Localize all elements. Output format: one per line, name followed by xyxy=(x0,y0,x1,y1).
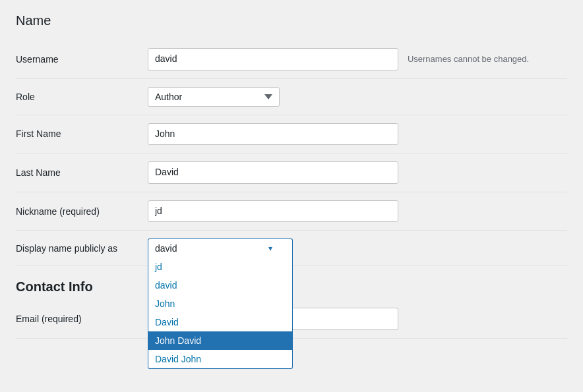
role-label: Role xyxy=(16,78,148,115)
username-note: Usernames cannot be changed. xyxy=(408,54,529,64)
first-name-row: First Name xyxy=(16,115,567,154)
display-name-label: Display name publicly as xyxy=(16,231,148,266)
display-name-option-david-john[interactable]: David John xyxy=(148,350,292,368)
first-name-label: First Name xyxy=(16,115,148,154)
nickname-label: Nickname (required) xyxy=(16,192,148,231)
display-name-dropdown-list: jd david John David John David David Joh… xyxy=(148,258,293,369)
username-input-cell: Usernames cannot be changed. xyxy=(148,40,567,78)
name-form-table: Username Usernames cannot be changed. Ro… xyxy=(16,40,567,266)
chevron-down-icon: ▾ xyxy=(268,244,272,253)
first-name-input-cell xyxy=(148,115,567,154)
last-name-input-cell xyxy=(148,154,567,192)
first-name-input[interactable] xyxy=(148,123,398,146)
email-label: Email (required) xyxy=(16,297,148,338)
username-row: Username Usernames cannot be changed. xyxy=(16,40,567,78)
last-name-label: Last Name xyxy=(16,154,148,192)
display-name-selected[interactable]: david ▾ xyxy=(148,238,293,258)
nickname-input[interactable] xyxy=(148,200,398,223)
role-select-cell: Author Editor Subscriber Contributor Adm… xyxy=(148,78,567,115)
display-name-option-david[interactable]: david xyxy=(148,276,292,294)
username-input[interactable] xyxy=(148,48,398,70)
username-label: Username xyxy=(16,40,148,78)
name-section-title: Name xyxy=(16,13,567,28)
display-name-selected-value: david xyxy=(155,243,177,254)
display-name-row: Display name publicly as david ▾ jd davi… xyxy=(16,231,567,266)
display-name-option-john[interactable]: John xyxy=(148,294,292,313)
display-name-dropdown-cell: david ▾ jd david John David John David D… xyxy=(148,231,567,266)
display-name-option-jd[interactable]: jd xyxy=(148,258,292,276)
nickname-row: Nickname (required) xyxy=(16,192,567,231)
role-select[interactable]: Author Editor Subscriber Contributor Adm… xyxy=(148,87,280,107)
display-name-option-david2[interactable]: David xyxy=(148,313,292,331)
last-name-input[interactable] xyxy=(148,161,398,184)
last-name-row: Last Name xyxy=(16,154,567,192)
display-name-dropdown-wrapper: david ▾ jd david John David John David D… xyxy=(148,238,293,258)
role-row: Role Author Editor Subscriber Contributo… xyxy=(16,78,567,115)
nickname-input-cell xyxy=(148,192,567,231)
display-name-option-john-david[interactable]: John David xyxy=(148,331,292,350)
